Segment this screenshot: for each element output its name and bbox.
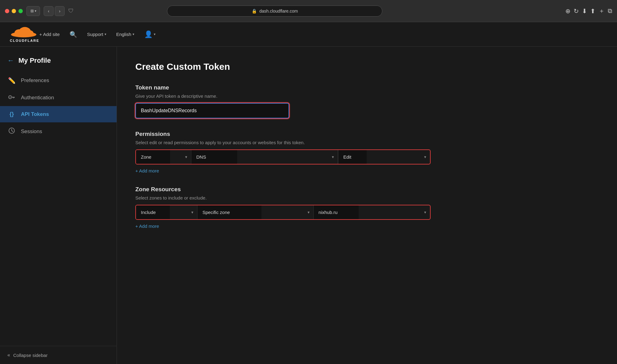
zone-select-wrapper: Zone Account User ▾ xyxy=(136,150,191,164)
permissions-section: Permissions Select edit or read permissi… xyxy=(135,131,599,174)
svg-point-5 xyxy=(10,97,11,98)
address-bar[interactable]: 🔒 dash.cloudflare.com xyxy=(167,6,382,17)
dns-select[interactable]: DNS Zone Settings Firewall Cache Purge xyxy=(191,150,237,164)
domain-select[interactable]: nixhub.ru example.com xyxy=(314,205,359,219)
sidebar-title: My Profile xyxy=(18,57,51,65)
sidebar-back-button[interactable]: ← xyxy=(7,57,14,65)
user-chevron-icon: ▾ xyxy=(154,32,156,36)
sidebar: ← My Profile ✏️ Preferences xyxy=(0,47,117,364)
sidebar-item-api-tokens-label: API Tokens xyxy=(21,111,49,117)
include-dropdown-icon: ▾ xyxy=(191,210,193,215)
url-text: dash.cloudflare.com xyxy=(259,9,298,14)
traffic-lights xyxy=(5,9,23,13)
collapse-icon: « xyxy=(7,352,10,358)
browser-shield-icon: 🛡 xyxy=(68,8,74,14)
token-name-desc: Give your API token a descriptive name. xyxy=(135,93,599,99)
edit-dropdown-icon: ▾ xyxy=(424,155,426,159)
domain-select-wrapper: nixhub.ru example.com ▾ xyxy=(314,205,430,219)
support-button[interactable]: Support ▾ xyxy=(87,32,106,37)
sidebar-item-preferences-label: Preferences xyxy=(21,77,49,84)
permissions-desc: Select edit or read permissions to apply… xyxy=(135,140,599,145)
search-button[interactable]: 🔍 xyxy=(70,31,77,38)
edit-select-wrapper: Edit Read ▾ xyxy=(338,150,430,164)
add-site-label: + Add site xyxy=(39,32,60,37)
permissions-title: Permissions xyxy=(135,131,599,137)
sidebar-item-authentication-label: Authentication xyxy=(21,95,54,101)
edit-select[interactable]: Edit Read xyxy=(338,150,367,164)
download-button[interactable]: ⬇ xyxy=(582,7,587,15)
nav-buttons: ‹ › xyxy=(44,6,65,16)
cloudflare-logo: CLOUDFLARE xyxy=(10,26,39,42)
specific-zone-dropdown-icon: ▾ xyxy=(308,210,310,215)
top-nav-actions: + Add site 🔍 Support ▾ English ▾ 👤 ▾ xyxy=(39,30,156,38)
user-menu-button[interactable]: 👤 ▾ xyxy=(144,30,156,38)
zone-resources-row: Include Exclude ▾ Specific zone All zone… xyxy=(135,205,431,220)
logo-text: CLOUDFLARE xyxy=(10,39,39,42)
english-button[interactable]: English ▾ xyxy=(116,32,134,37)
windows-button[interactable]: ⧉ xyxy=(608,7,612,14)
page-title: Create Custom Token xyxy=(135,61,599,72)
sidebar-nav: ✏️ Preferences Authentication xyxy=(0,72,117,346)
zone-select[interactable]: Zone Account User xyxy=(136,150,170,164)
share-button[interactable]: ⬆ xyxy=(590,7,595,15)
user-avatar-icon: 👤 xyxy=(144,30,153,38)
preferences-icon: ✏️ xyxy=(7,77,16,84)
sidebar-header: ← My Profile xyxy=(0,52,117,69)
svg-line-11 xyxy=(12,131,13,132)
new-tab-button[interactable]: ＋ xyxy=(599,7,605,15)
zone-dropdown-icon: ▾ xyxy=(185,155,187,159)
sidebar-item-authentication[interactable]: Authentication xyxy=(0,89,117,106)
support-chevron-icon: ▾ xyxy=(105,32,106,36)
back-nav-button[interactable]: ‹ xyxy=(44,6,54,16)
permissions-row: Zone Account User ▾ DNS Zone Settings Fi… xyxy=(135,149,431,164)
dns-select-wrapper: DNS Zone Settings Firewall Cache Purge ▾ xyxy=(191,150,338,164)
support-label: Support xyxy=(87,32,103,37)
main-content: ← My Profile ✏️ Preferences xyxy=(0,47,617,364)
token-name-input[interactable] xyxy=(135,103,289,118)
page-content: Create Custom Token Token name Give your… xyxy=(117,47,617,364)
include-select[interactable]: Include Exclude xyxy=(136,205,170,219)
english-label: English xyxy=(116,32,131,37)
lock-icon: 🔒 xyxy=(252,9,257,14)
sidebar-item-preferences[interactable]: ✏️ Preferences xyxy=(0,72,117,89)
token-name-title: Token name xyxy=(135,84,599,91)
authentication-icon xyxy=(7,94,16,101)
zone-resources-title: Zone Resources xyxy=(135,186,599,193)
browser-chrome: ⊞▾ ‹ › 🛡 🔒 dash.cloudflare.com ⊕ ↻ ⬇ ⬆ ＋… xyxy=(0,0,617,22)
api-tokens-icon: {} xyxy=(7,111,16,117)
refresh-button[interactable]: ↻ xyxy=(574,7,579,15)
dns-dropdown-icon: ▾ xyxy=(332,155,334,159)
forward-nav-button[interactable]: › xyxy=(55,6,65,16)
sessions-icon xyxy=(7,127,16,136)
sidebar-item-sessions-label: Sessions xyxy=(21,129,42,135)
include-select-wrapper: Include Exclude ▾ xyxy=(136,205,197,219)
svg-rect-7 xyxy=(14,97,14,98)
top-nav: CLOUDFLARE + Add site 🔍 Support ▾ Englis… xyxy=(0,22,617,47)
zone-resources-desc: Select zones to include or exclude. xyxy=(135,195,599,200)
svg-rect-8 xyxy=(13,97,14,98)
specific-zone-select[interactable]: Specific zone All zones All zones from a… xyxy=(197,205,261,219)
browser-actions: ⊕ ↻ ⬇ ⬆ ＋ ⧉ xyxy=(565,7,612,15)
sidebar-toggle-button[interactable]: ⊞▾ xyxy=(26,6,40,16)
svg-point-3 xyxy=(25,30,34,37)
close-button[interactable] xyxy=(5,9,9,13)
minimize-button[interactable] xyxy=(12,9,16,13)
logo-icon xyxy=(10,26,38,38)
add-site-button[interactable]: + Add site xyxy=(39,32,60,37)
english-chevron-icon: ▾ xyxy=(133,32,134,36)
sidebar-item-api-tokens[interactable]: {} API Tokens xyxy=(0,106,117,122)
specific-zone-select-wrapper: Specific zone All zones All zones from a… xyxy=(197,205,313,219)
collapse-sidebar-label: Collapse sidebar xyxy=(13,353,48,358)
zone-resources-add-more-button[interactable]: + Add more xyxy=(135,224,159,229)
zone-resources-section: Zone Resources Select zones to include o… xyxy=(135,186,599,229)
token-name-section: Token name Give your API token a descrip… xyxy=(135,84,599,118)
translate-button[interactable]: ⊕ xyxy=(565,7,571,15)
sidebar-item-sessions[interactable]: Sessions xyxy=(0,122,117,140)
app-container: CLOUDFLARE + Add site 🔍 Support ▾ Englis… xyxy=(0,22,617,364)
collapse-sidebar-button[interactable]: « Collapse sidebar xyxy=(0,346,117,364)
domain-dropdown-icon: ▾ xyxy=(424,210,426,215)
maximize-button[interactable] xyxy=(18,9,23,13)
permissions-add-more-button[interactable]: + Add more xyxy=(135,168,159,173)
